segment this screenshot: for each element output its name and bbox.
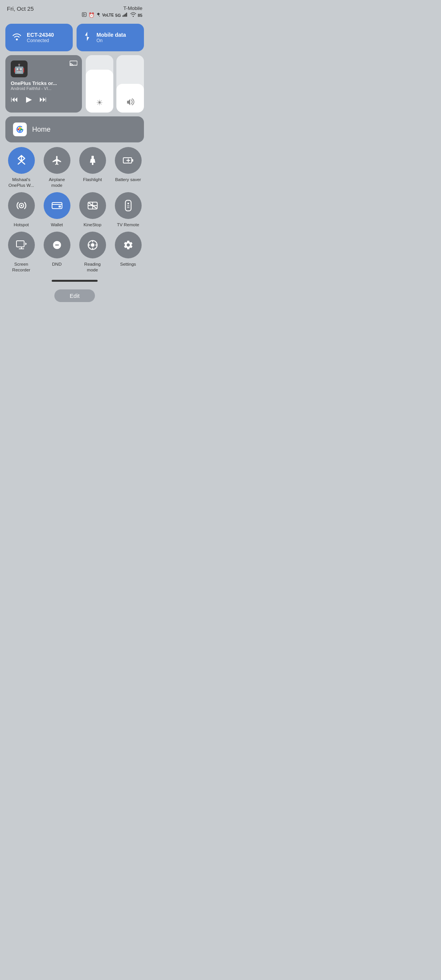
screenrecorder-label: ScreenRecorder	[12, 261, 30, 273]
edit-button-container: Edit	[0, 289, 149, 308]
svg-rect-3	[124, 15, 124, 17]
toggle-screenrecorder: ScreenRecorder	[5, 232, 37, 273]
svg-rect-18	[52, 203, 62, 209]
mobile-data-name: Mobile data	[96, 32, 126, 38]
nfc-icon	[82, 12, 87, 18]
media-controls: ⏮ ▶ ⏭	[11, 95, 77, 104]
media-title: OnePlus Tricks or...	[11, 80, 72, 86]
mobile-data-tile[interactable]: Mobile data On	[77, 24, 144, 51]
svg-point-17	[20, 205, 22, 207]
brightness-icon: ☀	[96, 98, 103, 107]
svg-marker-29	[25, 242, 27, 245]
svg-line-1	[98, 15, 100, 17]
quick-tiles: ECT-24340 Connected Mobile data On 🤖 One…	[0, 21, 149, 145]
svg-rect-2	[122, 15, 123, 16]
bluetooth-label: Mishaal'sOnePlus W...	[8, 177, 34, 188]
flashlight-toggle[interactable]	[79, 147, 106, 174]
toggle-battery: Battery saver	[112, 147, 144, 188]
svg-rect-26	[127, 206, 129, 206]
svg-rect-14	[92, 163, 93, 165]
media-slider-row: 🤖 OnePlus Tricks or... Android Faithful …	[5, 55, 144, 113]
toggle-wallet: Wallet	[41, 192, 73, 228]
svg-point-6	[16, 39, 18, 41]
media-thumbnail: 🤖	[11, 60, 28, 77]
svg-point-25	[127, 203, 129, 204]
kinestop-label: KineStop	[83, 222, 101, 228]
media-card: 🤖 OnePlus Tricks or... Android Faithful …	[5, 55, 82, 113]
tvremote-label: TV Remote	[117, 222, 139, 228]
edit-button[interactable]: Edit	[54, 289, 95, 302]
date-display: Fri, Oct 25	[7, 5, 34, 12]
toggle-bluetooth: Mishaal'sOnePlus W...	[5, 147, 37, 188]
volte-icon: VoLTE	[102, 13, 114, 17]
mobile-data-icon	[83, 31, 92, 44]
wallet-label: Wallet	[51, 222, 63, 228]
toggle-airplane: Airplanemode	[41, 147, 73, 188]
prev-button[interactable]: ⏮	[11, 95, 18, 104]
svg-rect-19	[59, 206, 61, 207]
volume-icon	[126, 98, 134, 107]
google-home-icon	[13, 122, 27, 136]
bluetooth-status-icon	[96, 12, 101, 18]
mobile-data-info: Mobile data On	[96, 32, 126, 43]
home-bar-indicator	[52, 280, 98, 282]
alarm-icon: ⏰	[88, 12, 95, 18]
kinestop-toggle[interactable]	[79, 192, 106, 219]
airplane-label: Airplanemode	[49, 177, 65, 188]
readingmode-label: Readingmode	[84, 261, 101, 273]
battery-label: Battery saver	[115, 177, 141, 183]
wifi-status-icon	[130, 12, 136, 18]
toggle-readingmode: Readingmode	[77, 232, 108, 273]
hotspot-toggle[interactable]	[8, 192, 35, 219]
home-label: Home	[32, 126, 51, 134]
readingmode-toggle[interactable]	[79, 232, 106, 258]
toggle-settings: Settings	[112, 232, 144, 273]
next-button[interactable]: ⏭	[39, 95, 47, 104]
edit-bar	[0, 278, 149, 289]
signal-icon	[122, 12, 129, 18]
sliders-col: ☀	[86, 55, 144, 113]
google-home-tile[interactable]: Home	[5, 116, 144, 142]
toggle-kinestop: KineStop	[77, 192, 108, 228]
play-button[interactable]: ▶	[26, 95, 32, 104]
tvremote-toggle[interactable]	[115, 192, 142, 219]
cast-icon[interactable]	[70, 60, 77, 68]
toggle-dnd: DND	[41, 232, 73, 273]
wallet-toggle[interactable]	[44, 192, 70, 219]
airplane-toggle[interactable]	[44, 147, 70, 174]
svg-rect-27	[127, 207, 129, 208]
svg-rect-4	[125, 14, 126, 17]
wifi-tile[interactable]: ECT-24340 Connected	[5, 24, 73, 51]
status-bar: Fri, Oct 25 T-Mobile ⏰ VoLTE 5G	[0, 0, 149, 21]
carrier-name: T-Mobile	[123, 5, 142, 11]
media-artist: Android Faithful - VI...	[11, 86, 72, 91]
wifi-name: ECT-24340	[27, 32, 54, 38]
hotspot-label: Hotspot	[14, 222, 29, 228]
toggle-tvremote: TV Remote	[112, 192, 144, 228]
wifi-info: ECT-24340 Connected	[27, 32, 54, 43]
svg-rect-5	[126, 13, 127, 16]
screenrecorder-toggle[interactable]	[8, 232, 35, 258]
svg-point-31	[91, 243, 94, 247]
toggles-grid: Mishaal'sOnePlus W... Airplanemode Flash…	[0, 147, 149, 273]
bluetooth-toggle[interactable]	[8, 147, 35, 174]
mobile-data-status: On	[96, 38, 126, 43]
settings-label: Settings	[120, 261, 136, 267]
toggle-flashlight: Flashlight	[77, 147, 108, 188]
dnd-toggle[interactable]	[44, 232, 70, 258]
svg-rect-16	[132, 159, 133, 162]
wifi-status: Connected	[27, 38, 54, 43]
connectivity-row: ECT-24340 Connected Mobile data On	[5, 24, 144, 51]
brightness-slider[interactable]: ☀	[86, 55, 113, 113]
settings-toggle[interactable]	[115, 232, 142, 258]
5g-icon: 5G	[115, 13, 121, 18]
status-icons: ⏰ VoLTE 5G 85	[82, 12, 142, 18]
volume-slider[interactable]	[116, 55, 144, 113]
toggle-hotspot: Hotspot	[5, 192, 37, 228]
svg-rect-28	[16, 241, 24, 247]
flashlight-label: Flashlight	[83, 177, 102, 183]
battery-status-icon: 85	[138, 13, 142, 18]
status-right: T-Mobile ⏰ VoLTE 5G 85	[82, 5, 142, 18]
battery-toggle[interactable]	[115, 147, 142, 174]
svg-rect-13	[91, 156, 94, 159]
